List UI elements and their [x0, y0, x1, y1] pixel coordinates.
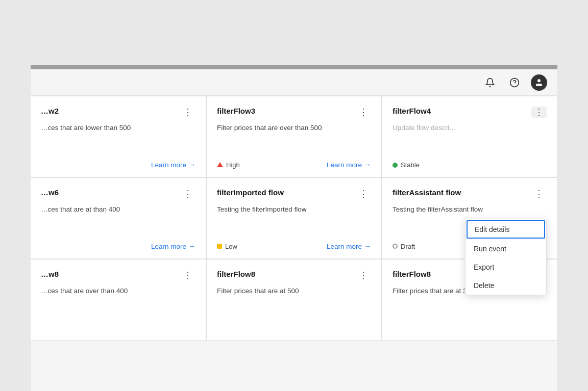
user-button[interactable]: [531, 74, 547, 91]
main-window: …w2 ⋮ …ces that are lower than 500 Learn…: [31, 69, 557, 391]
topbar: [31, 69, 557, 96]
card-w8-1: …w8 ⋮ …ces that are over than 400: [31, 259, 206, 341]
card-filterflow8-1: filterFlow8 ⋮ Filter prices that are at …: [206, 259, 382, 341]
card-filterflow4-header: filterFlow4 ⋮: [393, 107, 547, 118]
card-filterflow3-learn-more[interactable]: Learn more →: [327, 161, 371, 169]
card-filterflow4-desc: Update flow descri…: [393, 123, 547, 155]
card-filterimported-learn-more[interactable]: Learn more →: [327, 242, 371, 250]
notification-button[interactable]: [482, 74, 498, 91]
card-filterimported-footer: Low Learn more →: [217, 242, 371, 250]
card-filterimported-status-label: Low: [225, 243, 237, 250]
card-filterassistant-title: filterAssistant flow: [393, 188, 461, 197]
help-button[interactable]: [506, 74, 523, 91]
learn-more-arrow-4: →: [364, 242, 371, 250]
card-filterflow3-footer: High Learn more →: [217, 161, 371, 169]
high-priority-icon: [217, 162, 223, 167]
card-w6-header: …w6 ⋮: [41, 188, 195, 199]
card-w2-header: …w2 ⋮: [41, 107, 195, 118]
card-w8-1-header: …w8 ⋮: [41, 270, 195, 281]
card-filterflow4-status-label: Stable: [401, 161, 420, 169]
card-w2-desc: …ces that are lower than 500: [41, 123, 195, 154]
topbar-icons: [482, 74, 547, 91]
card-filterimported: filterImported flow ⋮ Testing the filter…: [206, 177, 382, 259]
stable-status-icon: [393, 163, 398, 168]
context-menu-delete[interactable]: Delete: [465, 276, 546, 295]
context-menu-export[interactable]: Export: [465, 258, 546, 276]
card-w2: …w2 ⋮ …ces that are lower than 500 Learn…: [31, 96, 206, 177]
card-filterflow8-1-desc: Filter prices that are at 500: [217, 286, 371, 326]
card-filterflow8-1-more-button[interactable]: ⋮: [356, 270, 371, 281]
card-filterflow8-1-title: filterFlow8: [217, 270, 255, 278]
card-filterflow3-status-label: High: [226, 161, 240, 169]
card-filterflow4-status: Stable: [393, 161, 420, 169]
card-w6-footer: Learn more →: [41, 242, 195, 250]
card-w6-learn-more[interactable]: Learn more →: [151, 242, 195, 250]
card-filterflow4-title: filterFlow4: [393, 107, 431, 115]
card-filterflow3-desc: Filter prices that are over than 500: [217, 123, 371, 154]
card-filterassistant-status: Draft: [393, 243, 415, 250]
card-filterflow8-2-title: filterFlow8: [393, 270, 431, 278]
low-priority-icon: [217, 244, 222, 249]
card-w2-title: …w2: [41, 107, 59, 115]
card-filterimported-status: Low: [217, 243, 237, 250]
draft-status-icon: [393, 244, 398, 249]
context-menu-run-event[interactable]: Run event: [465, 240, 546, 258]
card-filterimported-more-button[interactable]: ⋮: [356, 188, 371, 199]
app-container: …w2 ⋮ …ces that are lower than 500 Learn…: [0, 0, 588, 391]
card-filterflow4-footer: Stable: [393, 161, 547, 169]
card-filterflow8-1-header: filterFlow8 ⋮: [217, 270, 371, 281]
card-filterflow3: filterFlow3 ⋮ Filter prices that are ove…: [206, 96, 382, 177]
context-menu-edit-details[interactable]: Edit details: [467, 220, 545, 239]
card-w2-more-button[interactable]: ⋮: [180, 107, 195, 118]
card-filterflow3-header: filterFlow3 ⋮: [217, 107, 371, 118]
card-filterimported-desc: Testing the filterImported flow: [217, 204, 371, 236]
card-filterassistant-header: filterAssistant flow ⋮: [393, 188, 547, 199]
card-filterassistant-more-button[interactable]: ⋮: [531, 188, 547, 199]
card-filterflow4-more-button[interactable]: ⋮: [531, 107, 547, 118]
card-filterimported-title: filterImported flow: [217, 188, 284, 197]
card-w8-1-more-button[interactable]: ⋮: [180, 270, 195, 281]
right-area: [557, 0, 588, 391]
context-menu: Edit details Run event Export Delete: [465, 219, 547, 295]
card-filterassistant-status-label: Draft: [401, 243, 415, 250]
card-w6-desc: …ces that are at than 400: [41, 204, 195, 236]
learn-more-arrow-3: →: [188, 242, 195, 250]
card-w8-1-title: …w8: [41, 270, 59, 278]
top-area: [0, 0, 588, 65]
card-filterflow3-title: filterFlow3: [217, 107, 255, 115]
learn-more-arrow: →: [188, 161, 195, 169]
cards-grid: …w2 ⋮ …ces that are lower than 500 Learn…: [31, 96, 557, 341]
svg-point-2: [537, 79, 541, 82]
card-w2-learn-more[interactable]: Learn more →: [151, 161, 195, 169]
card-filterimported-header: filterImported flow ⋮: [217, 188, 371, 199]
card-w2-footer: Learn more →: [41, 161, 195, 169]
card-w6: …w6 ⋮ …ces that are at than 400 Learn mo…: [31, 177, 206, 259]
learn-more-arrow-2: →: [364, 161, 371, 169]
card-w6-more-button[interactable]: ⋮: [180, 188, 195, 199]
card-filterflow3-status: High: [217, 161, 240, 169]
card-filterflow4: filterFlow4 ⋮ Update flow descri… Stable…: [382, 96, 557, 177]
window-titlebar: [31, 65, 557, 69]
card-w6-title: …w6: [41, 188, 59, 197]
card-filterflow3-more-button[interactable]: ⋮: [356, 107, 371, 118]
card-w8-1-desc: …ces that are over than 400: [41, 286, 195, 326]
